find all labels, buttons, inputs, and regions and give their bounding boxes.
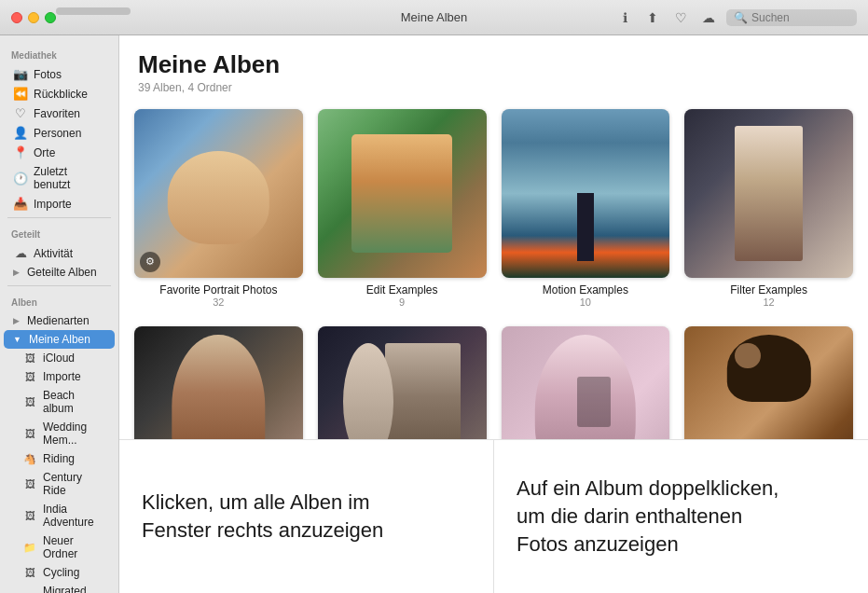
search-input[interactable]	[751, 11, 849, 24]
album-overlay-settings: ⚙	[140, 252, 160, 272]
sidebar-label-favoriten: Favoriten	[34, 107, 80, 120]
sidebar-item-india[interactable]: 🖼 India Adventure	[4, 500, 115, 531]
sidebar-label-zuletzt: Zuletzt benutzt	[34, 165, 105, 191]
india-icon: 🖼	[22, 510, 37, 521]
album-thumb-morocco	[318, 326, 487, 439]
album-thumb-motion-examples	[502, 109, 670, 278]
sidebar-item-beach-album[interactable]: 🖼 Beach album	[4, 386, 115, 418]
location-icon: 📍	[13, 145, 28, 159]
share-icon[interactable]: ⬆	[642, 7, 663, 28]
sidebar-label-importe: Importe	[34, 198, 72, 211]
album-count-motion-examples: 10	[580, 296, 591, 308]
search-box[interactable]: 🔍	[726, 9, 857, 26]
annotation-left: Klicken, um alle Alben imFenster rechts …	[119, 440, 494, 593]
sidebar-item-favoriten[interactable]: ♡ Favoriten	[4, 103, 115, 123]
album-item-filter-examples[interactable]: Filter Examples 12	[684, 109, 853, 308]
album-item-raven-hoa[interactable]: Raven HOA 4	[502, 326, 670, 439]
person-icon: 👤	[13, 126, 28, 140]
divider-1	[7, 217, 111, 218]
sidebar-section-mediathek: Mediathek	[0, 43, 118, 64]
window-title: Meine Alben	[401, 10, 468, 24]
sidebar-label-fotos: Fotos	[34, 68, 62, 81]
annotation-text-left: Klicken, um alle Alben imFenster rechts …	[142, 489, 471, 544]
album-name-filter-examples: Filter Examples	[730, 283, 807, 296]
minimize-button[interactable]	[28, 12, 39, 23]
sidebar-label-neuer-ordner: Neuer Ordner	[43, 534, 105, 560]
album-count-filter-examples: 12	[764, 296, 775, 308]
toolbar-controls: ℹ ⬆ ♡ ☁ 🔍	[614, 7, 857, 28]
sidebar-item-zuletzt[interactable]: 🕐 Zuletzt benutzt	[4, 162, 115, 194]
memories-icon: ⏪	[13, 87, 28, 101]
activity-icon: ☁	[13, 246, 28, 260]
sidebar-item-riding[interactable]: 🐴 Riding	[4, 449, 115, 468]
sidebar-label-beach-album: Beach album	[43, 389, 105, 415]
main-header: Meine Alben 39 Alben, 4 Ordner	[119, 35, 868, 100]
album-thumb-portugal	[134, 326, 303, 439]
sidebar-label-century-ride: Century Ride	[43, 471, 105, 497]
sidebar-label-personen: Personen	[34, 127, 81, 140]
album-item-edit-examples[interactable]: Edit Examples 9	[318, 109, 487, 308]
album-count-edit-examples: 9	[399, 296, 405, 308]
album-item-motion-examples[interactable]: Motion Examples 10	[502, 109, 670, 308]
album-name-favorite-portrait: Favorite Portrait Photos	[159, 283, 277, 296]
album-thumb-raven-hoa	[502, 326, 670, 439]
sidebar-item-neuer-ordner[interactable]: 📁 Neuer Ordner	[4, 531, 115, 563]
main-panel: Meine Alben 39 Alben, 4 Ordner ⚙ Favorit…	[119, 35, 868, 593]
cycling-icon: 🖼	[22, 567, 37, 578]
sidebar-item-century-ride[interactable]: 🖼 Century Ride	[4, 468, 115, 500]
clock-icon: 🕐	[13, 172, 28, 186]
sidebar-label-rueckblicke: Rückblicke	[34, 88, 88, 101]
sidebar-item-importe2[interactable]: 🖼 Importe	[4, 367, 115, 386]
sidebar-item-aktivitaet[interactable]: ☁ Aktivität	[4, 243, 115, 263]
sidebar-label-medienarten: Medienarten	[27, 314, 90, 327]
chevron-icon-medienarten: ▶	[13, 316, 20, 325]
sidebar-label-migrated: Migrated Events...	[43, 585, 105, 593]
close-button[interactable]	[11, 12, 22, 23]
sidebar-item-cycling[interactable]: 🖼 Cycling	[4, 563, 115, 582]
album-count-favorite-portrait: 32	[213, 296, 224, 308]
album-thumb-filter-examples	[684, 109, 853, 278]
resize-handle[interactable]	[56, 7, 131, 15]
sidebar-section-geteilt: Geteilt	[0, 222, 118, 243]
annotation-text-right: Auf ein Album doppelklicken,um die darin…	[517, 475, 846, 558]
chevron-icon-geteilt: ▶	[13, 268, 20, 277]
icloud-icon[interactable]: ☁	[698, 7, 719, 28]
beach-icon: 🖼	[22, 396, 37, 407]
sidebar-item-orte[interactable]: 📍 Orte	[4, 143, 115, 162]
icloud-album-icon: 🖼	[22, 352, 37, 364]
sidebar-label-cycling: Cycling	[43, 566, 79, 579]
info-icon[interactable]: ℹ	[614, 7, 635, 28]
sidebar-label-icloud: iCloud	[43, 352, 75, 365]
sidebar-item-icloud[interactable]: 🖼 iCloud	[4, 349, 115, 367]
album-thumb-edit-examples	[318, 109, 487, 278]
sidebar-item-wedding[interactable]: 🖼 Wedding Mem...	[4, 418, 115, 449]
chevron-icon-meine-alben: ▼	[13, 335, 21, 344]
album-item-portugal[interactable]: Portugal 71	[134, 326, 303, 439]
album-item-four-legged[interactable]: Four-legged Friends 38	[684, 326, 853, 439]
maximize-button[interactable]	[45, 12, 56, 23]
sidebar-item-rueckblicke[interactable]: ⏪ Rückblicke	[4, 84, 115, 103]
album-thumb-favorite-portrait: ⚙	[134, 109, 303, 278]
sidebar-item-meine-alben[interactable]: ▼ Meine Alben	[4, 330, 115, 349]
album-item-favorite-portrait[interactable]: ⚙ Favorite Portrait Photos 32	[134, 109, 303, 308]
wedding-icon: 🖼	[22, 428, 37, 439]
sidebar-item-geteilt[interactable]: ▶ Geteilte Alben	[4, 263, 115, 282]
title-bar: Meine Alben ℹ ⬆ ♡ ☁ 🔍	[0, 0, 868, 35]
album-name-edit-examples: Edit Examples	[366, 283, 438, 296]
sidebar-item-personen[interactable]: 👤 Personen	[4, 123, 115, 143]
sidebar-label-geteilt: Geteilte Alben	[27, 266, 97, 279]
album-thumb-four-legged	[684, 326, 853, 439]
albums-grid: ⚙ Favorite Portrait Photos 32 Edit Examp…	[134, 109, 853, 439]
page-title: Meine Alben	[138, 50, 849, 79]
heart-icon: ♡	[13, 106, 28, 120]
sidebar-item-medienarten[interactable]: ▶ Medienarten	[4, 311, 115, 330]
sidebar-item-migrated[interactable]: 🖼 Migrated Events...	[4, 582, 115, 593]
sidebar-label-riding: Riding	[43, 452, 75, 465]
album-item-morocco[interactable]: Morocco 32	[318, 326, 487, 439]
album-name-motion-examples: Motion Examples	[543, 283, 628, 296]
sidebar-item-importe[interactable]: 📥 Importe	[4, 194, 115, 214]
sidebar-item-fotos[interactable]: 📷 Fotos	[4, 64, 115, 84]
favorite-icon[interactable]: ♡	[670, 7, 691, 28]
albums-grid-container[interactable]: ⚙ Favorite Portrait Photos 32 Edit Examp…	[119, 100, 868, 439]
import-icon: 📥	[13, 197, 28, 211]
